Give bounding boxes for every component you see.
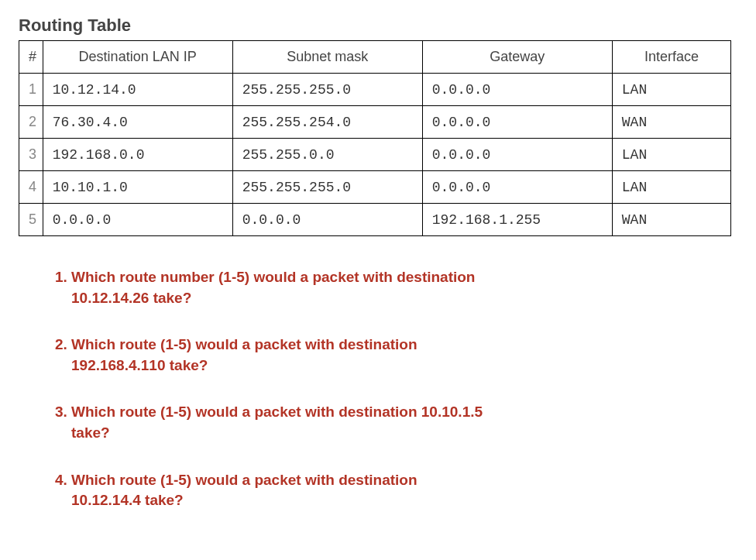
col-header-gateway: Gateway <box>422 41 612 74</box>
col-header-mask: Subnet mask <box>232 41 422 74</box>
col-header-dest: Destination LAN IP <box>43 41 232 74</box>
cell-gateway: 0.0.0.0 <box>422 139 612 171</box>
cell-gateway: 0.0.0.0 <box>422 106 612 139</box>
cell-dest: 76.30.4.0 <box>43 106 232 139</box>
cell-gateway: 0.0.0.0 <box>422 171 612 204</box>
cell-iface: LAN <box>612 74 730 106</box>
question-item: Which route (1-5) would a packet with de… <box>71 470 483 511</box>
table-row: 4 10.10.1.0 255.255.255.0 0.0.0.0 LAN <box>19 171 731 204</box>
table-row: 1 10.12.14.0 255.255.255.0 0.0.0.0 LAN <box>19 74 731 106</box>
routing-table: # Destination LAN IP Subnet mask Gateway… <box>19 40 731 236</box>
col-header-num: # <box>19 41 43 74</box>
cell-num: 2 <box>19 106 43 139</box>
question-item: Which route (1-5) would a packet with de… <box>71 402 483 443</box>
cell-iface: LAN <box>612 139 730 171</box>
table-header-row: # Destination LAN IP Subnet mask Gateway… <box>19 41 731 74</box>
cell-mask: 255.255.255.0 <box>232 171 422 204</box>
question-list: Which route number (1-5) would a packet … <box>50 267 483 511</box>
question-text: Which route number (1-5) would a packet … <box>71 269 475 306</box>
cell-dest: 10.10.1.0 <box>43 171 232 204</box>
table-row: 3 192.168.0.0 255.255.0.0 0.0.0.0 LAN <box>19 139 731 171</box>
col-header-iface: Interface <box>612 41 730 74</box>
question-item: Which route number (1-5) would a packet … <box>71 267 483 308</box>
cell-mask: 255.255.254.0 <box>232 106 422 139</box>
cell-dest: 192.168.0.0 <box>43 139 232 171</box>
question-item: Which route (1-5) would a packet with de… <box>71 335 483 376</box>
cell-iface: WAN <box>612 106 730 139</box>
question-text: Which route (1-5) would a packet with de… <box>71 404 483 441</box>
cell-dest: 10.12.14.0 <box>43 74 232 106</box>
cell-num: 4 <box>19 171 43 204</box>
cell-num: 1 <box>19 74 43 106</box>
page-title: Routing Table <box>19 15 737 36</box>
cell-num: 5 <box>19 204 43 236</box>
cell-mask: 255.255.255.0 <box>232 74 422 106</box>
question-text: Which route (1-5) would a packet with de… <box>71 336 418 373</box>
cell-num: 3 <box>19 139 43 171</box>
cell-gateway: 192.168.1.255 <box>422 204 612 236</box>
table-row: 5 0.0.0.0 0.0.0.0 192.168.1.255 WAN <box>19 204 731 236</box>
cell-dest: 0.0.0.0 <box>43 204 232 236</box>
cell-gateway: 0.0.0.0 <box>422 74 612 106</box>
question-text: Which route (1-5) would a packet with de… <box>71 472 418 509</box>
cell-mask: 255.255.0.0 <box>232 139 422 171</box>
cell-mask: 0.0.0.0 <box>232 204 422 236</box>
table-row: 2 76.30.4.0 255.255.254.0 0.0.0.0 WAN <box>19 106 731 139</box>
cell-iface: LAN <box>612 171 730 204</box>
cell-iface: WAN <box>612 204 730 236</box>
